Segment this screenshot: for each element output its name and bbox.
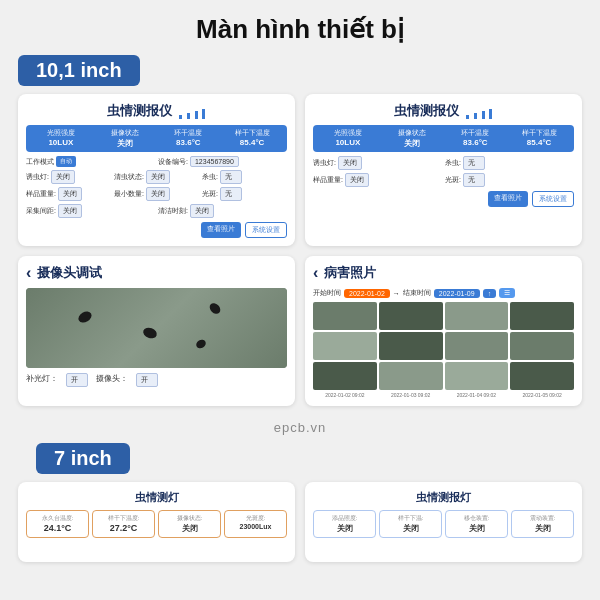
- photo-1[interactable]: [313, 302, 377, 330]
- field-kill: 杀虫:无: [202, 170, 287, 184]
- field-cam-state: 摄像状态: 关闭: [158, 510, 221, 538]
- camera-cards-row: ‹ 摄像头调试 补光灯： 开 摄像头： 开 ‹ 病害照片 开始时间 2022-0…: [0, 256, 600, 416]
- camera-bg: [26, 288, 287, 368]
- bar-item-1: 光照强度10LUX: [31, 128, 91, 149]
- c2-field-kill: 杀虫:无: [445, 156, 574, 170]
- camera-card: ‹ 摄像头调试 补光灯： 开 摄像头： 开: [18, 256, 295, 406]
- device-card-1: 虫情测报仪 光照强度10LUX 摄像状态关闭 环干温度83.6°C 样干下温度8…: [18, 94, 295, 246]
- field-photo: 添品照度: 关闭: [313, 510, 376, 538]
- cam-label: 摄像头：: [96, 373, 128, 387]
- work-mode-btn[interactable]: 自动: [56, 156, 76, 167]
- field-weight: 样品重量:关闭: [26, 187, 111, 201]
- photo-10[interactable]: [379, 362, 443, 390]
- pd-4: 2022-01-05 09:02: [510, 392, 574, 398]
- bar2-item-3: 环干温度83.6°C: [446, 128, 506, 149]
- camera-card-title: ‹ 摄像头调试: [26, 264, 287, 282]
- device-card-2-fields: 诱虫灯:关闭 杀虫:无 样品重量:关闭 光斑:无: [313, 156, 574, 187]
- bar2-item-2: 摄像状态关闭: [382, 128, 442, 149]
- end-label: 结束时间: [403, 288, 431, 298]
- field-work-mode: 工作模式 自动: [26, 156, 155, 167]
- photo-7[interactable]: [445, 332, 509, 360]
- photo-date-bar: 开始时间 2022-01-02 → 结束时间 2022-01-09 ↑ ☰: [313, 288, 574, 298]
- bar2-item-4: 样干下温度85.4°C: [509, 128, 569, 149]
- section-7: 7 inch 虫情测灯 永久台温度: 24.1°C 样干下温度: 27.2°C …: [0, 443, 600, 572]
- photo-card: ‹ 病害照片 开始时间 2022-01-02 → 结束时间 2022-01-09…: [305, 256, 582, 406]
- device-card-2: 虫情测报仪 光照强度10LUX 摄像状态关闭 环干温度83.6°C 样干下温度8…: [305, 94, 582, 246]
- pd-1: 2022-01-02 09:02: [313, 392, 377, 398]
- field-row-3: 采集间距:关闭 清洁时刻:关闭: [26, 204, 287, 218]
- start-label: 开始时间: [313, 288, 341, 298]
- section-10-label-wrapper: 10,1 inch: [0, 55, 600, 94]
- pd-2: 2022-01-03 09:02: [379, 392, 443, 398]
- device-card-1-bar: 光照强度10LUX 摄像状态关闭 环干温度83.6°C 样干下温度85.4°C: [26, 125, 287, 152]
- field-interval: 采集间距:关闭: [26, 204, 155, 218]
- photo-grid: [313, 302, 574, 390]
- view-photos-btn-1[interactable]: 查看照片: [201, 222, 241, 238]
- field-transfer: 移仓装置: 关闭: [445, 510, 508, 538]
- photo-9[interactable]: [313, 362, 377, 390]
- camera-footer: 补光灯： 开 摄像头： 开: [26, 373, 287, 387]
- photo-3[interactable]: [445, 302, 509, 330]
- bar2-item-1: 光照强度10LUX: [318, 128, 378, 149]
- date-tab-2[interactable]: 2022-01-09: [434, 289, 480, 298]
- field-temp1: 永久台温度: 24.1°C: [26, 510, 89, 538]
- bar-item-4: 样干下温度85.4°C: [222, 128, 282, 149]
- device-card-1-title: 虫情测报仪: [26, 102, 287, 120]
- photo-8[interactable]: [510, 332, 574, 360]
- signal-icon: [179, 104, 206, 119]
- pd-3: 2022-01-04 09:02: [445, 392, 509, 398]
- view-photos-btn-2[interactable]: 查看照片: [488, 191, 528, 207]
- device-card-2-footer: 查看照片 系统设置: [313, 191, 574, 207]
- light-value: 开: [66, 373, 88, 387]
- bar-item-3: 环干温度83.6°C: [159, 128, 219, 149]
- field-lux: 光斑度: 23000Lux: [224, 510, 287, 538]
- photo-dates-row: 2022-01-02 09:02 2022-01-03 09:02 2022-0…: [313, 392, 574, 398]
- bar-item-2: 摄像状态关闭: [95, 128, 155, 149]
- arrow-icon: →: [393, 290, 400, 297]
- device-7-card-2: 虫情测报灯 添品照度: 关闭 样干下温: 关闭 移仓装置: 关闭 震动装置: 关…: [305, 482, 582, 562]
- section-10-label: 10,1 inch: [18, 55, 140, 86]
- photo-5[interactable]: [313, 332, 377, 360]
- field-temp3: 样干下温: 关闭: [379, 510, 442, 538]
- photo-card-title: ‹ 病害照片: [313, 264, 574, 282]
- watermark: epcb.vn: [0, 416, 600, 441]
- section-7-cards: 虫情测灯 永久台温度: 24.1°C 样干下温度: 27.2°C 摄像状态: 关…: [0, 482, 600, 572]
- date-tab-1[interactable]: 2022-01-02: [344, 289, 390, 298]
- c2-field-weight: 样品重量:关闭: [313, 173, 442, 187]
- system-settings-btn-1[interactable]: 系统设置: [245, 222, 287, 238]
- field-clean-state: 清虫状态:关闭: [114, 170, 199, 184]
- camera-back-icon[interactable]: ‹: [26, 264, 31, 282]
- system-settings-btn-2[interactable]: 系统设置: [532, 191, 574, 207]
- field-device-id: 设备编号: 1234567890: [158, 156, 287, 167]
- c2-row1: 样品重量:关闭 光斑:无: [313, 173, 574, 187]
- c2-row0: 诱虫灯:关闭 杀虫:无: [313, 156, 574, 170]
- field-vibrate: 震动装置: 关闭: [511, 510, 574, 538]
- field-row-2: 样品重量:关闭 最小数量:关闭 光斑:无: [26, 187, 287, 201]
- device-7-card-2-fields: 添品照度: 关闭 样干下温: 关闭 移仓装置: 关闭 震动装置: 关闭: [313, 510, 574, 538]
- field-spot: 光斑:无: [202, 187, 287, 201]
- field-trap-light: 诱虫灯:关闭: [26, 170, 111, 184]
- device-7-card-2-title: 虫情测报灯: [313, 490, 574, 505]
- search-btn[interactable]: ↑: [483, 289, 497, 298]
- camera-preview: [26, 288, 287, 368]
- field-temp2: 样干下温度: 27.2°C: [92, 510, 155, 538]
- device-7-card-1-fields: 永久台温度: 24.1°C 样干下温度: 27.2°C 摄像状态: 关闭 光斑度…: [26, 510, 287, 538]
- section-7-label-row: 7 inch: [0, 443, 600, 482]
- page-title: Màn hình thiết bị: [0, 0, 600, 55]
- photo-2[interactable]: [379, 302, 443, 330]
- field-min-count: 最小数量:关闭: [114, 187, 199, 201]
- photo-11[interactable]: [445, 362, 509, 390]
- field-row-1: 诱虫灯:关闭 清虫状态:关闭 杀虫:无: [26, 170, 287, 184]
- device-7-card-1-title: 虫情测灯: [26, 490, 287, 505]
- device-7-card-1: 虫情测灯 永久台温度: 24.1°C 样干下温度: 27.2°C 摄像状态: 关…: [18, 482, 295, 562]
- signal-icon-2: [466, 104, 493, 119]
- field-clean-time: 清洁时刻:关闭: [158, 204, 287, 218]
- photo-back-icon[interactable]: ‹: [313, 264, 318, 282]
- photo-4[interactable]: [510, 302, 574, 330]
- field-row-0: 工作模式 自动 设备编号: 1234567890: [26, 156, 287, 167]
- filter-btn[interactable]: ☰: [499, 288, 515, 298]
- device-card-2-bar: 光照强度10LUX 摄像状态关闭 环干温度83.6°C 样干下温度85.4°C: [313, 125, 574, 152]
- c2-field-spot: 光斑:无: [445, 173, 574, 187]
- photo-12[interactable]: [510, 362, 574, 390]
- photo-6[interactable]: [379, 332, 443, 360]
